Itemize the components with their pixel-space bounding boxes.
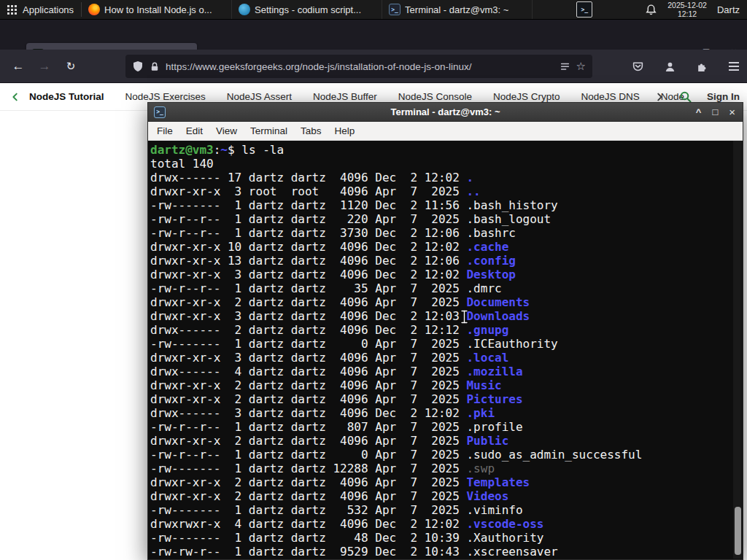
terminal-tray-icon[interactable]: >_	[576, 1, 592, 18]
site-nav-list: NodeJS TutorialNodeJS ExercisesNodeJS As…	[29, 91, 684, 102]
site-nav-link[interactable]: NodeJS Buffer	[313, 91, 377, 102]
taskbar-window-button[interactable]: Settings - codium script...	[232, 0, 382, 19]
clock[interactable]: 2025-12-02 12:12	[667, 1, 707, 18]
listing-name: .profile	[466, 420, 522, 434]
listing-name: .vscode-oss	[466, 517, 543, 531]
terminal-menu-tabs[interactable]: Tabs	[294, 125, 328, 136]
bookmark-star-icon[interactable]: ☆	[576, 60, 586, 73]
listing-name: .	[466, 171, 473, 184]
listing-meta: -rw-rw-r-- 1 dartz dartz 9529 Dec 2 10:4…	[150, 545, 466, 559]
listing-meta: drwxr-xr-x 2 dartz dartz 4096 Apr 7 2025	[150, 489, 466, 503]
terminal-output-line: drwxr-xr-x 3 dartz dartz 4096 Dec 2 12:0…	[150, 309, 743, 323]
terminal-scrollbar-thumb[interactable]	[735, 507, 741, 555]
listing-name: Desktop	[466, 268, 515, 281]
terminal-scrollbar[interactable]	[733, 141, 742, 559]
reload-button[interactable]: ↻	[60, 55, 82, 77]
tracking-shield-icon[interactable]	[132, 61, 144, 72]
search-icon[interactable]	[679, 90, 692, 104]
extensions-puzzle-icon[interactable]	[694, 59, 709, 74]
taskbar-window-label: Settings - codium script...	[255, 4, 361, 15]
listing-meta: -rw-r--r-- 1 dartz dartz 220 Apr 7 2025	[150, 212, 466, 226]
listing-meta: drwxr-xr-x 13 dartz dartz 4096 Dec 2 12:…	[150, 254, 466, 268]
terminal-output-line: drwxr-xr-x 2 dartz dartz 4096 Apr 7 2025…	[150, 378, 743, 392]
terminal-output-line: -rw-r--r-- 1 dartz dartz 0 Apr 7 2025 .s…	[150, 448, 743, 462]
nav-scroll-left-icon[interactable]	[10, 92, 20, 102]
clock-date: 2025-12-02	[667, 1, 707, 9]
terminal-output-line: -rw------- 1 dartz dartz 1120 Dec 2 11:5…	[150, 198, 743, 212]
forward-button[interactable]: →	[34, 55, 55, 77]
listing-name: .viminfo	[466, 503, 522, 517]
listing-meta: drwxr-xr-x 3 dartz dartz 4096 Dec 2 12:0…	[150, 268, 466, 281]
terminal-menu-file[interactable]: File	[150, 125, 179, 136]
listing-name: Music	[466, 378, 501, 392]
back-button[interactable]: ←	[7, 55, 29, 77]
account-icon[interactable]	[662, 59, 677, 74]
listing-meta: drwx------ 2 dartz dartz 4096 Dec 2 12:1…	[150, 323, 466, 337]
listing-meta: drwx------ 3 dartz dartz 4096 Dec 2 12:0…	[150, 406, 466, 420]
lock-icon[interactable]	[150, 61, 160, 72]
notification-bell-icon[interactable]	[645, 4, 657, 16]
terminal-minimize-button[interactable]: ^	[696, 107, 702, 117]
reader-mode-icon[interactable]	[560, 61, 570, 72]
nav-scroll-right-icon[interactable]	[654, 92, 665, 102]
prompt-separator: :	[214, 143, 221, 157]
terminal-output-line: drwxr-xr-x 3 dartz dartz 4096 Dec 2 12:0…	[150, 268, 743, 281]
terminal-menu-help[interactable]: Help	[328, 125, 362, 136]
listing-meta: drwxr-xr-x 10 dartz dartz 4096 Dec 2 12:…	[150, 240, 466, 254]
listing-meta: -rw------- 1 dartz dartz 1120 Dec 2 11:5…	[150, 198, 466, 212]
terminal-output-line: drwx------ 3 dartz dartz 4096 Dec 2 12:0…	[150, 406, 743, 420]
firefox-icon	[88, 4, 100, 15]
listing-name: .bashrc	[466, 226, 515, 240]
terminal-menu-terminal[interactable]: Terminal	[244, 125, 294, 136]
terminal-window: >_ Terminal - dartz@vm3: ~ ^ □ × FileEdi…	[147, 102, 743, 560]
site-nav-link[interactable]: NodeJS Crypto	[493, 91, 560, 102]
terminal-menu-edit[interactable]: Edit	[179, 125, 209, 136]
url-text[interactable]: https://www.geeksforgeeks.org/node-js/in…	[166, 61, 554, 72]
terminal-maximize-button[interactable]: □	[712, 107, 718, 117]
listing-meta: -rw-r--r-- 1 dartz dartz 3730 Dec 2 12:0…	[150, 226, 466, 240]
listing-name: .bash_history	[466, 198, 557, 212]
listing-meta: drwxr-xr-x 3 dartz dartz 4096 Dec 2 12:0…	[150, 309, 466, 323]
terminal-titlebar[interactable]: >_ Terminal - dartz@vm3: ~ ^ □ ×	[148, 103, 743, 122]
session-user-label: Dartz	[717, 4, 740, 15]
terminal-output-line: drwx------ 17 dartz dartz 4096 Dec 2 12:…	[150, 171, 743, 184]
terminal-output-line: -rw------- 1 dartz dartz 12288 Apr 7 202…	[150, 462, 743, 475]
listing-meta: -rw-r--r-- 1 dartz dartz 807 Apr 7 2025	[150, 420, 466, 434]
listing-name: .ICEauthority	[466, 337, 557, 351]
listing-name: Videos	[466, 489, 508, 503]
listing-name: .dmrc	[466, 281, 501, 295]
terminal-output-line: drwxr-xr-x 2 dartz dartz 4096 Apr 7 2025…	[150, 434, 743, 448]
listing-name: .bash_logout	[466, 212, 551, 226]
listing-name: .sudo_as_admin_successful	[466, 448, 642, 462]
terminal-menu-view[interactable]: View	[209, 125, 244, 136]
sign-in-button[interactable]: Sign In	[707, 91, 740, 102]
terminal-output-line: drwxr-xr-x 13 dartz dartz 4096 Dec 2 12:…	[150, 254, 743, 268]
listing-name: .swp	[466, 462, 495, 475]
site-nav-link[interactable]: NodeJS DNS	[581, 91, 640, 102]
site-nav-link[interactable]: NodeJS Console	[398, 91, 472, 102]
taskbar-window-button[interactable]: >_Terminal - dartz@vm3: ~	[382, 0, 533, 19]
terminal-output[interactable]: dartz@vm3:~$ ls -la total 140 drwx------…	[148, 141, 743, 559]
menu-hamburger-icon[interactable]	[727, 59, 741, 74]
site-nav-right: Sign In	[654, 90, 740, 104]
site-nav-link[interactable]: NodeJS Exercises	[125, 91, 206, 102]
terminal-close-button[interactable]: ×	[729, 106, 735, 117]
listing-meta: drwxr-xr-x 2 dartz dartz 4096 Apr 7 2025	[150, 295, 466, 309]
site-nav-link[interactable]: NodeJS Assert	[227, 91, 292, 102]
terminal-window-title: Terminal - dartz@vm3: ~	[148, 106, 743, 117]
terminal-output-line: drwxr-xr-x 2 dartz dartz 4096 Apr 7 2025…	[150, 295, 743, 309]
terminal-output-line: -rw-r--r-- 1 dartz dartz 807 Apr 7 2025 …	[150, 420, 743, 434]
terminal-output-line: -rw-r--r-- 1 dartz dartz 3730 Dec 2 12:0…	[150, 226, 743, 240]
url-bar[interactable]: https://www.geeksforgeeks.org/node-js/in…	[125, 55, 592, 78]
listing-meta: -rw-r--r-- 1 dartz dartz 0 Apr 7 2025	[150, 448, 466, 462]
site-nav-link[interactable]: NodeJS Tutorial	[29, 91, 104, 102]
terminal-app-icon: >_	[154, 106, 166, 118]
listing-name: .cache	[466, 240, 508, 254]
listing-name: Public	[466, 434, 508, 448]
pocket-icon[interactable]	[630, 59, 645, 74]
listing-name: .pki	[466, 406, 495, 420]
terminal-output-line: drwxr-xr-x 2 dartz dartz 4096 Apr 7 2025…	[150, 475, 743, 489]
applications-menu[interactable]: Applications	[0, 0, 81, 19]
taskbar-window-button[interactable]: How to Install Node.js o...	[82, 0, 232, 19]
system-tray: >_ 2025-12-02 12:12 Dartz	[576, 1, 747, 18]
